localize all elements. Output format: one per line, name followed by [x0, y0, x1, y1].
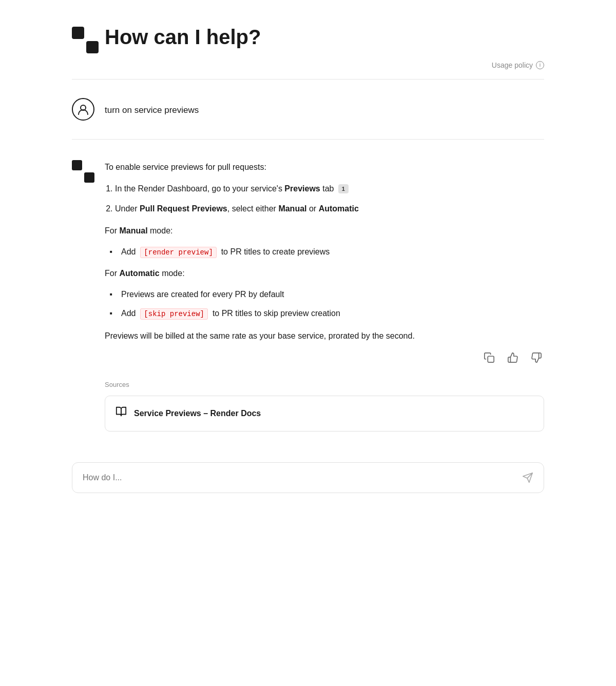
ai-message-content: To enable service previews for pull requ… — [105, 158, 544, 452]
step-2: Under Pull Request Previews, select eith… — [115, 202, 544, 215]
step-2-bold2: Manual — [278, 204, 306, 213]
input-area — [72, 462, 544, 493]
info-icon: i — [536, 61, 544, 69]
automatic-bullet-2: Add [skip preview] to PR titles to skip … — [110, 306, 544, 321]
send-button[interactable] — [522, 472, 533, 483]
usage-policy-link[interactable]: Usage policy i — [492, 60, 544, 71]
billing-note: Previews will be billed at the same rate… — [105, 329, 544, 343]
step-1: In the Render Dashboard, go to your serv… — [115, 182, 544, 195]
render-preview-tag: [render preview] — [140, 247, 216, 258]
avatar — [72, 98, 94, 121]
source-title: Service Previews – Render Docs — [134, 407, 261, 420]
page-container: How can I help? Usage policy i turn on s… — [41, 0, 575, 514]
automatic-bullets: Previews are created for every PR by def… — [110, 287, 544, 321]
steps-list: In the Render Dashboard, go to your serv… — [115, 182, 544, 215]
sources-section: Sources Service Previews – Render Docs — [105, 380, 544, 432]
thumbs-down-button[interactable] — [529, 350, 544, 365]
automatic-bold: Automatic — [119, 269, 159, 278]
divider-2 — [72, 139, 544, 140]
ai-message-row: To enable service previews for pull requ… — [72, 148, 544, 462]
manual-bold: Manual — [119, 226, 147, 235]
response-text: To enable service previews for pull requ… — [105, 160, 544, 343]
source-card[interactable]: Service Previews – Render Docs — [105, 396, 544, 432]
usage-policy-row: Usage policy i — [72, 60, 544, 71]
automatic-mode-label: For Automatic mode: — [105, 266, 544, 280]
page-title: How can I help? — [105, 21, 261, 53]
automatic-bullet-1: Previews are created for every PR by def… — [110, 287, 544, 301]
step-2-bold3: Automatic — [319, 204, 359, 213]
header: How can I help? — [72, 21, 544, 53]
divider-1 — [72, 79, 544, 80]
user-message-row: turn on service previews — [72, 88, 544, 131]
svg-rect-4 — [84, 172, 94, 183]
step-2-bold1: Pull Request Previews — [140, 204, 227, 213]
sources-label: Sources — [105, 380, 544, 390]
skip-preview-tag: [skip preview] — [140, 308, 208, 320]
user-message-text: turn on service previews — [105, 98, 199, 117]
copy-button[interactable] — [482, 350, 497, 365]
svg-rect-3 — [72, 160, 82, 170]
step-1-bold: Previews — [284, 184, 320, 193]
svg-rect-5 — [488, 357, 494, 363]
usage-policy-label: Usage policy — [492, 60, 533, 71]
action-buttons — [105, 350, 544, 365]
svg-rect-1 — [86, 41, 99, 53]
chat-input[interactable] — [83, 473, 517, 482]
manual-mode-label: For Manual mode: — [105, 224, 544, 238]
thumbs-up-button[interactable] — [505, 350, 521, 365]
intro-text: To enable service previews for pull requ… — [105, 160, 544, 174]
book-icon — [116, 405, 127, 422]
svg-rect-0 — [72, 27, 84, 39]
manual-bullet-1: Add [render preview] to PR titles to cre… — [110, 245, 544, 259]
ai-logo — [72, 160, 94, 183]
tab-badge: 1 — [338, 184, 349, 193]
render-logo — [72, 27, 94, 49]
manual-bullets: Add [render preview] to PR titles to cre… — [110, 245, 544, 259]
